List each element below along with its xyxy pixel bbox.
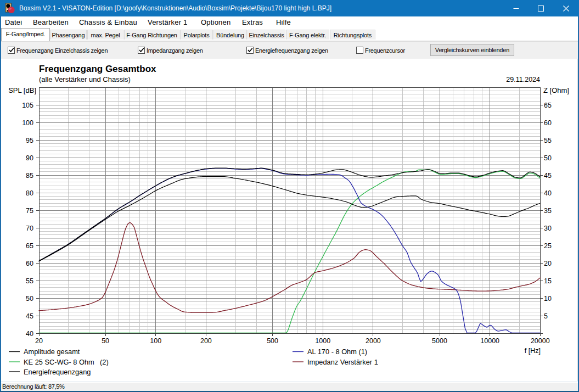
svg-text:25: 25 — [544, 242, 552, 250]
svg-text:105: 105 — [22, 102, 33, 109]
svg-text:(alle Verstärker und Chassis): (alle Verstärker und Chassis) — [39, 75, 131, 83]
svg-text:50: 50 — [544, 154, 552, 162]
svg-text:500: 500 — [267, 337, 278, 345]
svg-text:40: 40 — [544, 189, 552, 197]
svg-text:60: 60 — [544, 119, 552, 127]
svg-text:30: 30 — [544, 225, 552, 232]
svg-text:50: 50 — [102, 337, 109, 345]
svg-text:200: 200 — [200, 337, 212, 345]
svg-text:95: 95 — [26, 137, 33, 144]
svg-text:65: 65 — [544, 102, 552, 109]
svg-text:Z [Ohm]: Z [Ohm] — [543, 86, 569, 94]
svg-text:90: 90 — [26, 154, 33, 162]
svg-text:Energiefrequenzgang: Energiefrequenzgang — [24, 368, 91, 376]
svg-text:40: 40 — [26, 330, 33, 338]
svg-text:55: 55 — [544, 137, 552, 144]
svg-text:29.11.2024: 29.11.2024 — [506, 76, 540, 83]
svg-text:35: 35 — [544, 207, 552, 215]
svg-text:(2): (2) — [100, 358, 109, 366]
svg-text:50: 50 — [26, 295, 33, 303]
svg-text:SPL [dB]: SPL [dB] — [8, 86, 36, 94]
svg-text:10000: 10000 — [480, 337, 499, 345]
svg-text:Impedanz Verstärker 1: Impedanz Verstärker 1 — [307, 358, 378, 366]
svg-text:5: 5 — [544, 312, 548, 320]
svg-text:80: 80 — [26, 189, 33, 197]
svg-text:20: 20 — [544, 260, 552, 267]
svg-text:60: 60 — [26, 260, 33, 267]
svg-text:2000: 2000 — [366, 337, 381, 345]
svg-text:100: 100 — [150, 337, 161, 345]
svg-text:AL 170 - 8 Ohm (1): AL 170 - 8 Ohm (1) — [307, 348, 367, 356]
svg-text:1000: 1000 — [315, 337, 330, 345]
svg-text:10: 10 — [544, 295, 552, 303]
svg-text:KE 25 SC-WG- 8 Ohm: KE 25 SC-WG- 8 Ohm — [24, 358, 94, 366]
svg-text:5000: 5000 — [432, 337, 447, 345]
svg-text:15: 15 — [544, 277, 552, 285]
svg-text:20: 20 — [35, 337, 43, 345]
svg-text:70: 70 — [26, 225, 33, 232]
svg-text:100: 100 — [22, 119, 33, 127]
svg-text:55: 55 — [26, 277, 33, 285]
svg-text:f [Hz]: f [Hz] — [525, 347, 541, 355]
svg-text:Amplitude gesamt: Amplitude gesamt — [24, 348, 80, 356]
svg-text:65: 65 — [26, 242, 33, 250]
svg-text:85: 85 — [26, 172, 33, 180]
svg-text:75: 75 — [26, 207, 33, 215]
svg-text:45: 45 — [26, 312, 33, 320]
svg-text:20000: 20000 — [531, 337, 550, 345]
svg-text:Frequenzgang Gesamtbox: Frequenzgang Gesamtbox — [39, 64, 156, 74]
svg-text:45: 45 — [544, 172, 552, 180]
